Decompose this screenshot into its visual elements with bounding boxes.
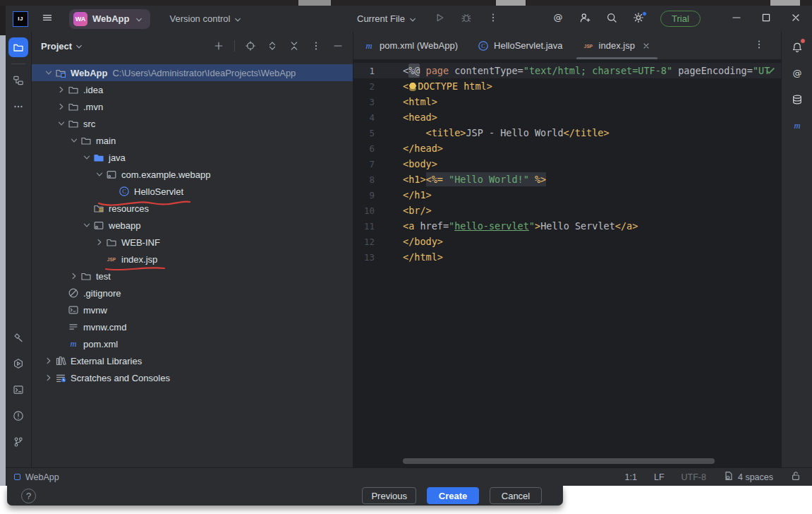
line-number[interactable]: 6 bbox=[353, 143, 375, 154]
project-button[interactable] bbox=[8, 37, 28, 57]
run-button[interactable] bbox=[432, 12, 447, 26]
code-text[interactable]: <body> bbox=[403, 158, 437, 169]
tree-item-webapp[interactable]: WebAppC:\Users\Administrator\IdeaProject… bbox=[32, 64, 353, 81]
tree-expand-chevron-icon[interactable] bbox=[56, 84, 67, 95]
add-button[interactable] bbox=[212, 40, 225, 52]
search-everywhere-button[interactable] bbox=[605, 12, 619, 26]
database-button[interactable] bbox=[787, 90, 807, 109]
close-button[interactable] bbox=[781, 6, 811, 32]
caret-position-widget[interactable]: 1:1 bbox=[625, 472, 637, 482]
code-editor[interactable]: 1<%@ page contentType="text/html; charse… bbox=[353, 60, 781, 467]
tree-item-idea[interactable]: .idea bbox=[32, 81, 353, 98]
create-button[interactable]: Create bbox=[427, 487, 479, 504]
horizontal-scrollbar[interactable] bbox=[403, 458, 715, 464]
line-number[interactable]: 3 bbox=[353, 97, 375, 107]
line-number[interactable]: 5 bbox=[353, 128, 375, 138]
line-number[interactable]: 8 bbox=[353, 174, 375, 185]
select-opened-file-button[interactable] bbox=[244, 40, 257, 52]
tab-pom-xml-webapp[interactable]: mpom.xml (WebApp) bbox=[353, 32, 468, 59]
code-text[interactable]: </head> bbox=[403, 143, 443, 154]
build-button[interactable] bbox=[8, 328, 28, 347]
line-number[interactable]: 7 bbox=[353, 159, 375, 169]
tree-item-mvnw-cmd[interactable]: mvnw.cmd bbox=[32, 318, 353, 335]
line-number[interactable]: 11 bbox=[353, 221, 375, 232]
help-button[interactable]: ? bbox=[21, 489, 36, 503]
code-text[interactable]: </h1> bbox=[403, 189, 432, 201]
tree-item-mvnw[interactable]: mvnw bbox=[32, 301, 353, 318]
line-number[interactable]: 1 bbox=[353, 66, 375, 76]
tree-expand-chevron-icon[interactable] bbox=[43, 355, 54, 366]
code-with-me-button[interactable] bbox=[578, 12, 592, 26]
line-number[interactable]: 10 bbox=[353, 205, 375, 216]
services-button[interactable] bbox=[8, 354, 28, 373]
settings-button[interactable] bbox=[631, 12, 646, 26]
tree-collapse-chevron-icon[interactable] bbox=[94, 169, 105, 180]
tree-item-webapp[interactable]: webapp bbox=[32, 217, 353, 234]
tree-item-com-example-webapp[interactable]: com.example.webapp bbox=[32, 166, 353, 183]
tree-expand-chevron-icon[interactable] bbox=[68, 270, 80, 282]
minimize-button[interactable] bbox=[722, 6, 751, 32]
tree-item-java[interactable]: java bbox=[32, 149, 353, 166]
tree-item-mvn[interactable]: .mvn bbox=[32, 98, 353, 115]
hide-button[interactable] bbox=[332, 40, 344, 52]
readonly-toggle[interactable] bbox=[790, 470, 801, 484]
code-text[interactable]: <title>JSP - Hello World</title> bbox=[403, 127, 610, 138]
previous-button[interactable]: Previous bbox=[362, 487, 416, 504]
code-text[interactable]: <br/> bbox=[403, 205, 432, 216]
more-run-options-button[interactable] bbox=[486, 12, 500, 26]
tab-index-jsp[interactable]: JSPindex.jsp bbox=[573, 32, 661, 59]
version-control-button[interactable] bbox=[8, 432, 28, 452]
run-configuration-selector[interactable]: Current File bbox=[357, 13, 418, 24]
code-text[interactable]: </html> bbox=[403, 251, 443, 263]
line-number[interactable]: 2 bbox=[353, 81, 375, 92]
tree-expand-chevron-icon[interactable] bbox=[56, 101, 67, 112]
line-number[interactable]: 13 bbox=[353, 252, 375, 263]
problems-button[interactable] bbox=[8, 406, 28, 426]
tree-item-main[interactable]: main bbox=[32, 132, 353, 149]
code-text[interactable]: <head> bbox=[403, 112, 437, 123]
tree-expand-chevron-icon[interactable] bbox=[43, 372, 54, 383]
maximize-button[interactable] bbox=[751, 6, 781, 32]
line-number[interactable]: 9 bbox=[353, 190, 375, 201]
code-text[interactable]: </body> bbox=[403, 236, 443, 247]
tree-item-helloservlet[interactable]: CHelloServlet bbox=[32, 183, 353, 200]
code-text[interactable]: <a href="hello-servlet">Hello Servlet</a… bbox=[403, 220, 638, 232]
tree-item-resources[interactable]: resources bbox=[32, 200, 353, 217]
close-tab-icon[interactable] bbox=[641, 41, 651, 51]
more-tool-windows-button[interactable] bbox=[8, 97, 28, 116]
tab-helloservlet-java[interactable]: CHelloServlet.java bbox=[468, 32, 573, 59]
tree-item-test[interactable]: test bbox=[32, 268, 353, 285]
tab-list-button[interactable] bbox=[752, 39, 766, 53]
code-text[interactable]: <%@ page contentType="text/html; charset… bbox=[403, 65, 770, 76]
code-text[interactable]: <DOCTYPE html> bbox=[403, 80, 492, 92]
intention-bulb-icon[interactable] bbox=[409, 83, 416, 91]
ai-assistant-button[interactable]: @ bbox=[787, 64, 807, 83]
tree-item-scratches-and-consoles[interactable]: Scratches and Consoles bbox=[32, 369, 353, 386]
options-button[interactable] bbox=[310, 40, 322, 52]
tree-item-web-inf[interactable]: WEB-INF bbox=[32, 234, 353, 251]
maven-button[interactable]: m bbox=[787, 116, 807, 136]
tree-item-gitignore[interactable]: .gitignore bbox=[32, 285, 353, 301]
tree-item-src[interactable]: src bbox=[32, 115, 353, 132]
project-panel-title[interactable]: Project bbox=[41, 41, 72, 52]
tree-item-external-libraries[interactable]: External Libraries bbox=[32, 352, 353, 369]
tree-collapse-chevron-icon[interactable] bbox=[81, 152, 92, 163]
project-widget[interactable]: WA WebApp bbox=[69, 9, 150, 29]
line-number[interactable]: 12 bbox=[353, 237, 375, 247]
notifications-button[interactable] bbox=[787, 37, 807, 57]
expand-all-button[interactable] bbox=[266, 40, 279, 52]
tree-collapse-chevron-icon[interactable] bbox=[43, 67, 54, 78]
tree-item-pom-xml[interactable]: mpom.xml bbox=[32, 335, 353, 352]
line-number[interactable]: 4 bbox=[353, 112, 375, 123]
vcs-widget[interactable]: Version control bbox=[169, 13, 243, 24]
code-text[interactable]: <h1><%= "Hello World!" %> bbox=[403, 174, 546, 185]
main-menu-button[interactable] bbox=[40, 12, 54, 26]
tree-collapse-chevron-icon[interactable] bbox=[56, 118, 67, 129]
tree-collapse-chevron-icon[interactable] bbox=[68, 135, 80, 146]
terminal-button[interactable] bbox=[8, 380, 28, 400]
tree-expand-chevron-icon[interactable] bbox=[94, 237, 105, 248]
structure-button[interactable] bbox=[8, 71, 28, 90]
trial-badge[interactable]: Trial bbox=[660, 11, 701, 27]
ai-assistant-button[interactable]: @ bbox=[551, 12, 565, 26]
inspections-ok-icon[interactable] bbox=[765, 65, 776, 78]
